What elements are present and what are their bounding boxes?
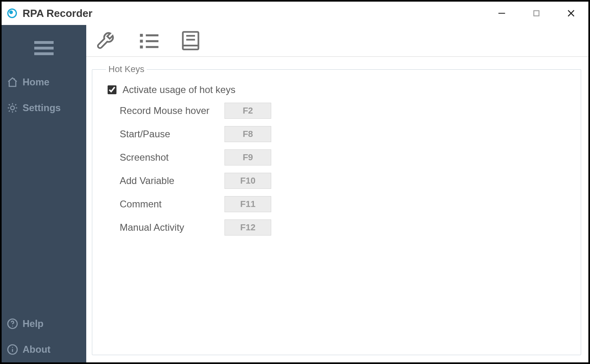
book-icon: [179, 29, 202, 52]
maximize-icon: [532, 9, 541, 18]
sidebar-item-about[interactable]: About: [2, 337, 86, 362]
close-button[interactable]: [554, 2, 588, 25]
hotkey-button[interactable]: F2: [224, 103, 271, 119]
titlebar: RPA Recorder: [2, 2, 588, 25]
sidebar-item-settings[interactable]: Settings: [2, 95, 86, 121]
hotkey-row-add-variable: Add Variable F10: [120, 173, 569, 189]
svg-point-11: [12, 347, 13, 348]
list-icon: [137, 29, 160, 52]
sidebar: Home Settings: [2, 25, 86, 362]
svg-rect-1: [534, 11, 539, 16]
hotkey-button[interactable]: F11: [224, 196, 271, 212]
sidebar-item-home[interactable]: Home: [2, 69, 86, 95]
hotkey-row-screenshot: Screenshot F9: [120, 149, 569, 165]
svg-rect-6: [34, 52, 54, 55]
svg-rect-14: [140, 46, 143, 48]
help-icon: [6, 318, 19, 329]
app-window: RPA Recorder: [0, 0, 590, 364]
sidebar-item-label: About: [23, 344, 50, 355]
hotkeys-group-title: Hot Keys: [106, 64, 147, 74]
activate-hotkeys-label[interactable]: Activate usage of hot keys: [123, 84, 235, 95]
hotkey-button[interactable]: F9: [224, 149, 271, 165]
window-controls: [484, 2, 588, 25]
app-icon: [7, 8, 17, 18]
sidebar-item-label: Help: [23, 318, 44, 329]
hotkey-label: Record Mouse hover: [120, 105, 224, 116]
svg-rect-12: [140, 34, 143, 37]
sidebar-item-help[interactable]: Help: [2, 311, 86, 337]
activate-hotkeys-checkbox[interactable]: [108, 85, 116, 94]
hotkey-button[interactable]: F10: [224, 173, 271, 189]
hotkey-row-start-pause: Start/Pause F8: [120, 126, 569, 142]
wrench-icon: [95, 29, 118, 52]
svg-rect-4: [34, 41, 54, 44]
svg-point-9: [12, 326, 13, 327]
hotkey-label: Manual Activity: [120, 222, 224, 233]
minimize-icon: [497, 9, 506, 18]
hamburger-icon: [33, 39, 55, 57]
svg-rect-18: [183, 32, 199, 50]
hotkey-label: Comment: [120, 199, 224, 210]
maximize-button[interactable]: [519, 2, 554, 25]
close-icon: [567, 9, 575, 18]
hotkey-button[interactable]: F12: [224, 219, 271, 236]
settings-tabs: [86, 25, 588, 57]
hotkey-label: Add Variable: [120, 175, 224, 186]
svg-point-7: [10, 106, 14, 110]
svg-rect-5: [34, 47, 54, 50]
hotkey-button[interactable]: F8: [224, 126, 271, 142]
tab-general[interactable]: [95, 29, 118, 52]
sidebar-item-label: Settings: [23, 102, 61, 114]
tab-list[interactable]: [137, 29, 160, 52]
hotkey-label: Screenshot: [120, 152, 224, 163]
gear-icon: [6, 102, 19, 114]
sidebar-toggle[interactable]: [2, 31, 86, 69]
info-icon: [6, 344, 19, 355]
app-title: RPA Recorder: [23, 7, 92, 20]
hotkey-label: Start/Pause: [120, 128, 224, 140]
home-icon: [6, 77, 19, 88]
tab-docs[interactable]: [179, 29, 202, 52]
svg-rect-13: [140, 40, 143, 43]
main-panel: Hot Keys Activate usage of hot keys Reco…: [86, 25, 588, 362]
hotkeys-group: Hot Keys Activate usage of hot keys Reco…: [92, 64, 581, 355]
hotkey-row-manual-activity: Manual Activity F12: [120, 219, 569, 236]
hotkey-row-record-mouse-hover: Record Mouse hover F2: [120, 103, 569, 119]
hotkey-row-comment: Comment F11: [120, 196, 569, 212]
sidebar-item-label: Home: [23, 77, 50, 88]
minimize-button[interactable]: [484, 2, 519, 25]
